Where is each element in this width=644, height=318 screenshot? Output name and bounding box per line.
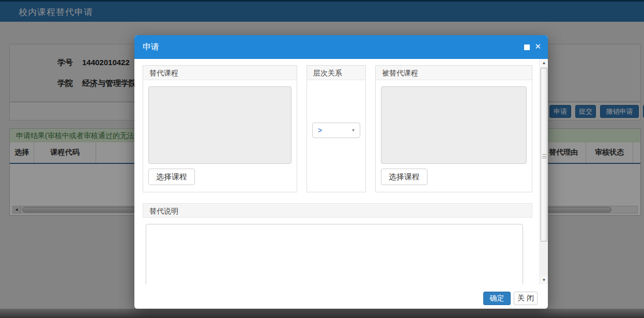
apply-dialog: 申请 ✕ 替代课程 选择课程 层次关系 > ▼ 被替代课程 选择课程 替代说明 … bbox=[134, 35, 548, 309]
select-replaced-course-button[interactable]: 选择课程 bbox=[381, 169, 427, 185]
relation-selected-value: > bbox=[318, 126, 322, 134]
scroll-down-icon[interactable]: ▼ bbox=[540, 277, 548, 284]
replaced-course-field bbox=[381, 86, 527, 164]
confirm-button[interactable]: 确定 bbox=[483, 292, 511, 305]
substitute-course-title: 替代课程 bbox=[143, 66, 297, 80]
note-title: 替代说明 bbox=[143, 203, 532, 218]
substitute-course-field bbox=[148, 86, 292, 164]
close-icon[interactable]: ✕ bbox=[534, 42, 541, 51]
dialog-title: 申请 bbox=[143, 42, 159, 53]
scroll-up-icon[interactable]: ▲ bbox=[540, 59, 548, 67]
replaced-course-panel: 被替代课程 选择课程 bbox=[375, 65, 532, 192]
note-section: 替代说明 bbox=[143, 203, 532, 218]
scrollbar-track[interactable] bbox=[540, 67, 548, 276]
scrollbar-grip bbox=[542, 154, 546, 158]
scrollbar-thumb[interactable] bbox=[541, 68, 547, 241]
replaced-course-title: 被替代课程 bbox=[376, 66, 532, 80]
dialog-footer: 确定 关 闭 bbox=[134, 284, 548, 309]
dialog-scrollbar[interactable]: ▲ ▼ bbox=[539, 59, 548, 284]
substitute-course-panel: 替代课程 选择课程 bbox=[143, 65, 297, 192]
dialog-body: 替代课程 选择课程 层次关系 > ▼ 被替代课程 选择课程 替代说明 bbox=[134, 59, 539, 284]
chevron-down-icon: ▼ bbox=[351, 128, 356, 133]
select-substitute-course-button[interactable]: 选择课程 bbox=[148, 169, 195, 185]
close-button[interactable]: 关 闭 bbox=[514, 292, 538, 305]
dialog-header[interactable]: 申请 ✕ bbox=[134, 35, 548, 59]
note-input[interactable] bbox=[146, 224, 523, 284]
relation-title: 层次关系 bbox=[307, 66, 365, 80]
relation-panel: 层次关系 > ▼ bbox=[306, 65, 366, 192]
relation-dropdown[interactable]: > ▼ bbox=[312, 123, 360, 138]
maximize-icon[interactable] bbox=[524, 44, 530, 50]
